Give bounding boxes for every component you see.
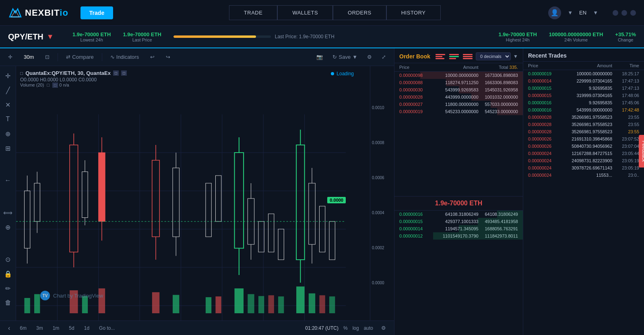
row-bg — [459, 86, 523, 93]
table-row[interactable]: 0.00000088 118274.9711250 1663306.898083 — [394, 79, 523, 86]
list-item[interactable]: 0.00000016 9.92695835 17:45:06 — [523, 99, 644, 106]
decimal-select[interactable]: 0 decimals 1 decimal 2 decimals — [476, 52, 511, 60]
fullscreen-btn[interactable]: ⤢ — [378, 52, 389, 62]
ob-buy-only-btn[interactable] — [462, 52, 473, 60]
rt-time: 23:07:04 — [612, 144, 639, 149]
change-value: +35.71% — [615, 31, 636, 37]
list-item[interactable]: 0.00000019 100000.00000000 18:25:17 — [523, 70, 644, 77]
rt-scroll[interactable]: 0.00000019 100000.00000000 18:25:17 0.00… — [523, 70, 644, 335]
table-row[interactable]: 0.00000098 10000.00000000 1673306.898083 — [394, 72, 523, 79]
list-item[interactable]: 0.00000024 24098731.82223900 23:05:19 — [523, 157, 644, 164]
buy-price: 0.00000015 — [399, 219, 439, 224]
chart-content-row: ✛ ╱ ✕ T ⊕ ⊞ ← ⟺ ⊕ ⊙ 🔒 ✏ 🗑 — [0, 66, 394, 321]
rt-price: 0.00000028 — [528, 115, 562, 120]
footer-settings-btn[interactable]: ⚙ — [378, 323, 389, 333]
back-tool[interactable]: ← — [2, 174, 14, 187]
list-item[interactable]: 0.00000024 12167288.84727515 23:05:44 — [523, 150, 644, 157]
svg-rect-42 — [206, 183, 211, 237]
minimize-button[interactable] — [613, 10, 618, 16]
shape-tool[interactable]: ⊕ — [2, 127, 14, 140]
list-item[interactable]: 0.00000026 50840730.94056962 23:07:04 — [523, 143, 644, 150]
table-row[interactable]: 0.00000014 1194571.345095 1688056.763291 — [394, 225, 523, 232]
table-row[interactable]: 0.00000016 64108.31806249 64108.31806249 — [394, 211, 523, 218]
rt-amount: 229999.07304165 — [562, 79, 612, 83]
list-item[interactable]: 0.00000028 35266981.97558523 23:55 — [523, 121, 644, 128]
undo-btn[interactable]: ↩ — [147, 52, 158, 62]
chart-canvas: □ QuantaEx:QPY/ETH, 30, QuantaEx □ □ O0.… — [16, 66, 370, 321]
chart-area: ✛ 30m ⊡ ⇄ Compare ∿ Indicators ↩ ↪ 📷 ↻ S… — [0, 48, 394, 335]
goto-btn[interactable]: Go to... — [96, 324, 118, 332]
bar-type-btn[interactable]: ⊡ — [42, 52, 53, 62]
ob-buy-section[interactable]: 0.00000016 64108.31806249 64108.31806249… — [394, 211, 523, 335]
compare-btn[interactable]: ⇄ Compare — [63, 52, 97, 62]
pair-dropdown-icon[interactable]: ▼ — [47, 33, 54, 41]
indicators-btn[interactable]: ∿ Indicators — [107, 52, 142, 62]
zoom-tool[interactable]: ⊕ — [2, 221, 14, 234]
sell-price: 0.00000030 — [399, 87, 439, 92]
screenshot-btn[interactable]: 📷 — [313, 52, 326, 62]
time-6m[interactable]: 6m — [17, 324, 30, 332]
volume-label: Volume (20) — [20, 83, 44, 87]
nav-wallets-button[interactable]: WALLETS — [277, 5, 333, 20]
rt-amount: 35266981.97558523 — [562, 129, 612, 134]
scroll-left-btn[interactable]: ‹ — [5, 323, 13, 333]
time-1m[interactable]: 1m — [50, 324, 63, 332]
magnet-tool[interactable]: ⊙ — [2, 253, 14, 266]
nav-orders-button[interactable]: ORDERS — [333, 5, 386, 20]
ruler-tool[interactable]: ⟺ — [2, 206, 14, 219]
lang-dropdown-icon: ▼ — [593, 10, 598, 16]
text-tool[interactable]: T — [2, 113, 14, 126]
pencil-tool[interactable]: ✏ — [2, 282, 14, 295]
crosshair-tool[interactable]: ✛ — [5, 52, 16, 62]
rt-price: 0.00000024 — [528, 158, 562, 163]
table-row[interactable]: 0.00000015 429377.1001333 493485.4181958 — [394, 218, 523, 225]
ob-sell-only-btn[interactable] — [435, 52, 446, 60]
time-5d[interactable]: 5d — [66, 324, 77, 332]
price-axis-4: 0.0004 — [372, 211, 392, 215]
ob-buy-line2 — [463, 56, 473, 57]
language-selector[interactable]: EN — [579, 10, 586, 16]
list-item[interactable]: 0.00000015 9.92695835 17:47:13 — [523, 85, 644, 92]
maximize-button[interactable] — [621, 10, 627, 16]
nav-history-button[interactable]: HISTORY — [386, 5, 441, 20]
lowest-24h-label: Lowest 24h — [80, 37, 103, 42]
list-item[interactable]: 0.00000014 229999.07304165 17:47:13 — [523, 77, 644, 85]
table-row[interactable]: 0.00000012 1101549170.3790 111842973.801… — [394, 232, 523, 240]
trash-tool[interactable]: 🗑 — [2, 296, 14, 309]
list-item[interactable]: 0.00000015 319999.07304165 17:48:06 — [523, 92, 644, 99]
nav-trade-button[interactable]: TRADE — [229, 5, 278, 20]
redo-btn[interactable]: ↪ — [163, 52, 173, 62]
settings-btn[interactable]: ⚙ — [364, 52, 375, 62]
avatar[interactable]: 👤 — [548, 6, 561, 19]
table-row[interactable]: 0.00000027 11800.00000000 557033.0000000 — [394, 101, 523, 108]
row-bg — [497, 108, 523, 115]
trade-active-button[interactable]: Trade — [80, 6, 113, 19]
feedback-tab[interactable]: Feedback — [639, 135, 644, 168]
save-btn[interactable]: ↻ Save ▼ — [329, 52, 361, 62]
chart-type-icon: □ — [20, 70, 23, 76]
table-row[interactable]: 0.00000028 443999.0000000 1001032.000000 — [394, 93, 523, 101]
list-item[interactable]: 0.00000024 11553... 23:0.. — [523, 172, 644, 179]
timeframe-btn[interactable]: 30m — [21, 52, 37, 62]
lock-tool[interactable]: 🔒 — [2, 267, 14, 280]
table-row[interactable]: 0.00000019 545233.0000000 545233.0000000 — [394, 108, 523, 115]
list-item[interactable]: 0.00000028 35266981.97558523 23:55 — [523, 114, 644, 121]
list-item[interactable]: 0.00000016 543999.00000000 17:42:48 — [523, 106, 644, 114]
time-3m[interactable]: 3m — [33, 324, 46, 332]
svg-rect-63 — [296, 287, 304, 314]
list-item[interactable]: 0.00000024 30978726.69671143 23:05:19 — [523, 164, 644, 172]
cross-tool[interactable]: ✕ — [2, 98, 14, 111]
table-row[interactable]: 0.00000030 543999.9269583 1545031.926958 — [394, 86, 523, 93]
recent-trades-header: Recent Trades — [523, 48, 644, 62]
time-1d[interactable]: 1d — [81, 324, 93, 332]
list-item[interactable]: 0.00000026 21691310.39845868 23:07:52 — [523, 135, 644, 143]
line-tool[interactable]: ╱ — [2, 84, 14, 97]
list-item[interactable]: 0.00000028 35266981.97558523 23:55 — [523, 128, 644, 135]
ob-sell-section[interactable]: 0.00000098 10000.00000000 1673306.898083… — [394, 72, 523, 196]
close-button[interactable] — [630, 10, 636, 16]
measure-tool[interactable]: ⊞ — [2, 142, 14, 155]
ticker-pair[interactable]: QPY/ETH ▼ — [8, 32, 60, 41]
rt-time: 23:05:19 — [612, 158, 639, 163]
ob-both-btn[interactable] — [448, 52, 460, 60]
cursor-tool[interactable]: ✛ — [2, 69, 14, 82]
